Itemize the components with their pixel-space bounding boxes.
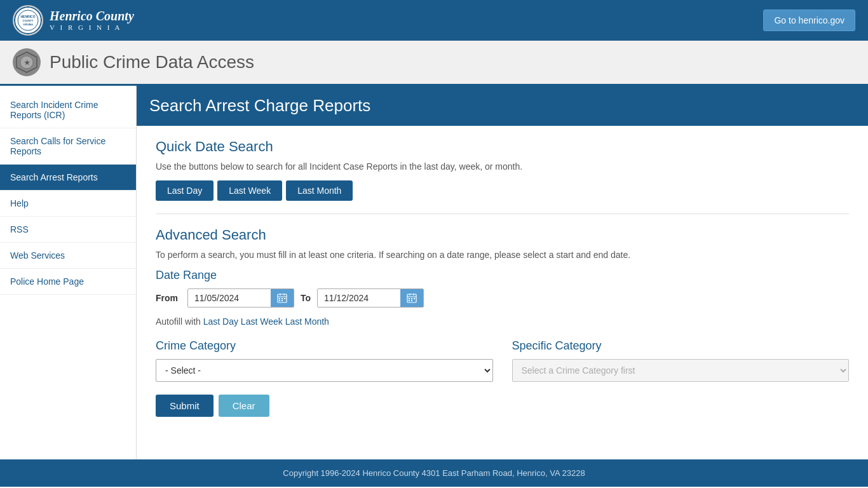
police-badge-icon: ★ <box>13 48 41 76</box>
from-date-input[interactable] <box>188 289 271 307</box>
sidebar-item-icr[interactable]: Search Incident Crime Reports (ICR) <box>0 92 136 128</box>
sidebar: Search Incident Crime Reports (ICR) Sear… <box>0 86 137 459</box>
specific-category-col: Specific Category Select a Crime Categor… <box>512 339 850 382</box>
svg-rect-15 <box>279 300 280 301</box>
footer: Copyright 1996-2024 Henrico County 4301 … <box>0 459 868 487</box>
to-label: To <box>301 293 311 303</box>
quick-date-buttons: Last Day Last Week Last Month <box>156 180 849 201</box>
county-name: Henrico County <box>50 9 134 23</box>
page-title-bar: Search Arrest Charge Reports <box>137 86 868 126</box>
to-calendar-button[interactable] <box>400 289 423 307</box>
autofill-last-month[interactable]: Last Month <box>285 316 329 327</box>
last-day-button[interactable]: Last Day <box>156 180 214 201</box>
sidebar-item-rss[interactable]: RSS <box>0 217 136 243</box>
svg-rect-25 <box>411 300 412 301</box>
crime-category-col: Crime Category - Select - Drug/Narcotic … <box>156 339 493 382</box>
footer-text: Copyright 1996-2024 Henrico County 4301 … <box>283 468 585 478</box>
page-title: Search Arrest Charge Reports <box>149 96 370 115</box>
category-row: Crime Category - Select - Drug/Narcotic … <box>156 339 849 382</box>
submit-button[interactable]: Submit <box>156 395 214 417</box>
logo-text: Henrico County V I R G I N I A <box>50 8 134 32</box>
svg-rect-24 <box>409 300 410 301</box>
county-seal: HENRICO COUNTY VIRGINIA <box>13 5 43 36</box>
section-divider <box>156 214 849 214</box>
svg-rect-22 <box>411 298 412 299</box>
autofill-last-day[interactable]: Last Day <box>203 316 238 327</box>
clear-button[interactable]: Clear <box>219 395 269 417</box>
date-range-heading: Date Range <box>156 269 849 282</box>
state-name: V I R G I N I A <box>50 24 134 32</box>
svg-rect-23 <box>414 298 415 299</box>
sidebar-item-police[interactable]: Police Home Page <box>0 269 136 295</box>
date-range-row: From To <box>156 288 849 308</box>
sidebar-item-calls[interactable]: Search Calls for Service Reports <box>0 128 136 165</box>
svg-text:HENRICO: HENRICO <box>20 15 35 18</box>
quick-date-description: Use the buttons below to search for all … <box>156 161 849 172</box>
svg-rect-16 <box>281 300 283 301</box>
svg-text:★: ★ <box>24 59 31 66</box>
to-date-wrapper <box>317 288 424 308</box>
svg-rect-21 <box>409 298 410 299</box>
crime-category-select[interactable]: - Select - Drug/Narcotic Fraud Property … <box>156 359 493 382</box>
sub-header: ★ Public Crime Data Access <box>0 41 868 86</box>
svg-rect-12 <box>279 298 280 299</box>
crime-category-heading: Crime Category <box>156 339 493 353</box>
from-label: From <box>156 293 181 303</box>
from-date-wrapper <box>187 288 294 308</box>
site-title: Public Crime Data Access <box>50 52 254 72</box>
from-calendar-button[interactable] <box>271 289 294 307</box>
autofill-row: Autofill with Last Day Last Week Last Mo… <box>156 316 849 327</box>
specific-category-heading: Specific Category <box>512 339 850 353</box>
svg-text:VIRGINIA: VIRGINIA <box>23 24 33 26</box>
last-week-button[interactable]: Last Week <box>217 180 282 201</box>
go-to-henrico-button[interactable]: Go to henrico.gov <box>763 10 855 31</box>
autofill-label: Autofill with <box>156 316 201 327</box>
advanced-search-description: To perform a search, you must fill in at… <box>156 250 849 260</box>
svg-rect-13 <box>281 298 283 299</box>
sidebar-item-webservices[interactable]: Web Services <box>0 243 136 269</box>
main-container: Search Incident Crime Reports (ICR) Sear… <box>0 86 868 459</box>
calendar-icon <box>277 293 287 303</box>
svg-rect-14 <box>284 298 285 299</box>
logo-area: HENRICO COUNTY VIRGINIA Henrico County V… <box>13 5 134 36</box>
last-month-button[interactable]: Last Month <box>286 180 353 201</box>
autofill-last-week[interactable]: Last Week <box>241 316 283 327</box>
to-date-input[interactable] <box>318 289 400 307</box>
top-header: HENRICO COUNTY VIRGINIA Henrico County V… <box>0 0 868 41</box>
quick-date-heading: Quick Date Search <box>156 139 849 155</box>
advanced-search-heading: Advanced Search <box>156 227 849 243</box>
action-buttons: Submit Clear <box>156 395 849 417</box>
sidebar-item-arrest[interactable]: Search Arrest Reports <box>0 165 136 191</box>
calendar-icon-2 <box>407 293 417 303</box>
svg-text:COUNTY: COUNTY <box>23 19 34 22</box>
specific-category-select[interactable]: Select a Crime Category first <box>512 359 850 382</box>
sidebar-item-help[interactable]: Help <box>0 191 136 217</box>
main-content: Search Arrest Charge Reports Quick Date … <box>137 86 868 459</box>
